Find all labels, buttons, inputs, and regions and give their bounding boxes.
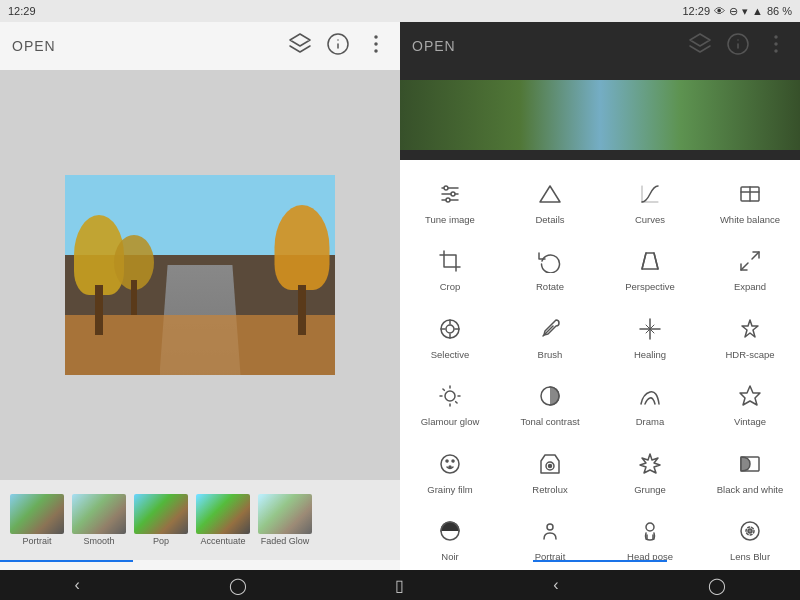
svg-line-29	[752, 252, 759, 259]
right-panel: OPEN Tune image	[400, 22, 800, 600]
tool-crop[interactable]: Crop	[400, 235, 500, 302]
hdr-icon	[734, 313, 766, 345]
time-left: 12:29	[8, 5, 36, 17]
tool-lensblur[interactable]: Lens Blur	[700, 505, 800, 560]
tool-details[interactable]: Details	[500, 168, 600, 235]
svg-marker-7	[690, 34, 710, 46]
tool-grunge[interactable]: Grunge	[600, 438, 700, 505]
time-right: 12:29	[683, 5, 711, 17]
tool-brush-label: Brush	[538, 349, 563, 360]
tool-vintage[interactable]: Vintage	[700, 370, 800, 437]
lensblur-icon	[734, 515, 766, 547]
status-bar: 12:29 12:29 👁 ⊖ ▾ ▲ 86 %	[0, 0, 800, 22]
svg-point-18	[451, 192, 455, 196]
svg-marker-0	[290, 34, 310, 46]
tool-brush[interactable]: Brush	[500, 303, 600, 370]
portrait-icon	[534, 515, 566, 547]
tool-portrait[interactable]: Portrait	[500, 505, 600, 560]
tool-healing[interactable]: Healing	[600, 303, 700, 370]
right-photo-strip	[400, 80, 800, 150]
home-button-right[interactable]: ◯	[708, 576, 726, 595]
thumbnails-strip: Portrait Smooth Pop Accentuate Faded Glo…	[0, 480, 400, 560]
tool-retrolux-label: Retrolux	[532, 484, 567, 495]
svg-point-50	[452, 460, 454, 462]
tree-trunk-right	[298, 285, 306, 335]
curves-icon	[634, 178, 666, 210]
tool-curves[interactable]: Curves	[600, 168, 700, 235]
tree-canopy-right	[274, 205, 329, 290]
svg-point-48	[441, 455, 459, 473]
white-balance-icon	[734, 178, 766, 210]
tool-drama[interactable]: Drama	[600, 370, 700, 437]
tool-white-balance[interactable]: White balance	[700, 168, 800, 235]
vintage-icon	[734, 380, 766, 412]
tool-details-label: Details	[535, 214, 564, 225]
right-layers-icon[interactable]	[688, 32, 712, 60]
thumbnail-faded-glow[interactable]: Faded Glow	[256, 494, 314, 546]
right-more-icon[interactable]	[764, 32, 788, 60]
tool-noir[interactable]: Noir	[400, 505, 500, 560]
svg-point-11	[775, 36, 777, 38]
grainy-icon	[434, 448, 466, 480]
tool-headpose-label: Head pose	[627, 551, 673, 560]
thumbnail-smooth[interactable]: Smooth	[70, 494, 128, 546]
sliders-icon	[434, 178, 466, 210]
right-top-bar: OPEN	[400, 22, 800, 70]
tool-perspective[interactable]: Perspective	[600, 235, 700, 302]
tool-hdr[interactable]: HDR-scape	[700, 303, 800, 370]
svg-point-19	[446, 198, 450, 202]
right-info-icon[interactable]	[726, 32, 750, 60]
signal-icon: ▲	[752, 5, 763, 17]
back-button-right[interactable]: ‹	[553, 576, 558, 594]
svg-line-45	[456, 402, 457, 403]
tool-glamour[interactable]: Glamour glow	[400, 370, 500, 437]
tool-selective[interactable]: Selective	[400, 303, 500, 370]
svg-point-6	[375, 50, 377, 52]
home-button[interactable]: ◯	[229, 576, 247, 595]
battery-icon: 86 %	[767, 5, 792, 17]
svg-point-12	[775, 43, 777, 45]
back-button[interactable]: ‹	[74, 576, 79, 594]
svg-marker-38	[742, 320, 758, 337]
svg-point-49	[446, 460, 448, 462]
svg-point-13	[775, 50, 777, 52]
svg-point-39	[445, 391, 455, 401]
perspective-icon	[634, 245, 666, 277]
tool-bw[interactable]: Black and white	[700, 438, 800, 505]
tree-left	[79, 215, 119, 335]
tool-tune-label: Tune image	[425, 214, 475, 225]
left-more-icon[interactable]	[364, 32, 388, 60]
thumbnail-portrait[interactable]: Portrait	[8, 494, 66, 546]
tool-expand[interactable]: Expand	[700, 235, 800, 302]
tool-healing-label: Healing	[634, 349, 666, 360]
left-image-area	[0, 70, 400, 480]
tool-vintage-label: Vintage	[734, 416, 766, 427]
svg-line-28	[654, 253, 658, 269]
park-photo	[65, 175, 335, 375]
tool-white-balance-label: White balance	[720, 214, 780, 225]
left-info-icon[interactable]	[326, 32, 350, 60]
tool-headpose[interactable]: Head pose	[600, 505, 700, 560]
rotate-icon	[534, 245, 566, 277]
left-top-bar: OPEN	[0, 22, 400, 70]
tree-trunk-left	[95, 285, 103, 335]
tool-tune-image[interactable]: Tune image	[400, 168, 500, 235]
left-layers-icon[interactable]	[288, 32, 312, 60]
recents-button[interactable]: ▯	[395, 576, 404, 595]
svg-marker-47	[740, 386, 760, 405]
tool-grainy[interactable]: Grainy film	[400, 438, 500, 505]
tool-retrolux[interactable]: Retrolux	[500, 438, 600, 505]
tool-tonal[interactable]: Tonal contrast	[500, 370, 600, 437]
retrolux-icon	[534, 448, 566, 480]
thumbnail-accentuate[interactable]: Accentuate	[194, 494, 252, 546]
thumbnail-pop[interactable]: Pop	[132, 494, 190, 546]
expand-icon	[734, 245, 766, 277]
tonal-icon	[534, 380, 566, 412]
brush-icon	[534, 313, 566, 345]
svg-point-32	[446, 325, 454, 333]
wifi-icon: ▾	[742, 5, 748, 18]
headpose-icon	[634, 515, 666, 547]
selective-icon	[434, 313, 466, 345]
svg-point-57	[646, 523, 654, 531]
tool-rotate[interactable]: Rotate	[500, 235, 600, 302]
